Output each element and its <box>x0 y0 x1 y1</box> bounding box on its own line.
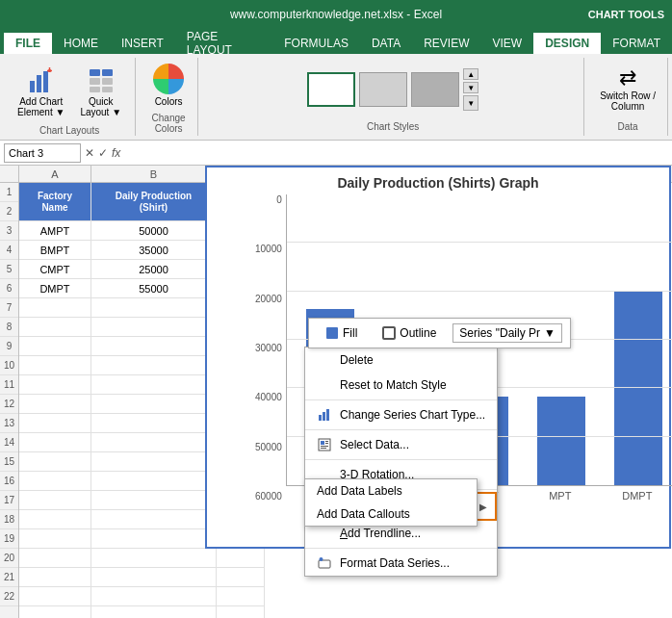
cell-b8[interactable] <box>91 337 216 356</box>
row-num-20[interactable]: 20 <box>0 549 18 568</box>
change-colors-button[interactable]: Colors <box>147 62 190 109</box>
name-box[interactable]: Chart 3 <box>4 143 81 163</box>
cancel-formula-icon[interactable]: ✕ <box>85 146 94 160</box>
cell-a7[interactable] <box>19 318 90 337</box>
row-num-8[interactable]: 8 <box>0 318 18 337</box>
chart-style-3[interactable] <box>411 72 459 107</box>
row-num-5[interactable]: 5 <box>0 260 18 279</box>
cell-b17[interactable] <box>91 510 216 529</box>
cell-a3[interactable]: BMPT <box>19 241 90 260</box>
cell-b14[interactable] <box>91 452 216 472</box>
col-header-b[interactable]: B <box>91 166 217 182</box>
cell-b4[interactable]: 25000 <box>91 260 216 279</box>
tab-home[interactable]: HOME <box>52 33 110 54</box>
row-num-7[interactable]: 7 <box>0 298 18 318</box>
cell-a18[interactable] <box>19 529 90 549</box>
cell-c22[interactable] <box>217 606 264 618</box>
col-header-a[interactable]: A <box>19 166 91 182</box>
cell-a20[interactable] <box>19 568 90 587</box>
cell-b3[interactable]: 35000 <box>91 241 216 260</box>
submenu-add-data-labels[interactable]: Add Data Labels <box>305 479 477 502</box>
tab-design[interactable]: DESIGN <box>533 33 601 54</box>
row-num-18[interactable]: 18 <box>0 510 18 529</box>
cell-b5[interactable]: 55000 <box>91 279 216 298</box>
ctx-delete[interactable]: Delete <box>305 348 497 373</box>
cell-b7[interactable] <box>91 318 216 337</box>
formula-input[interactable] <box>124 143 668 163</box>
row-num-3[interactable]: 3 <box>0 221 18 241</box>
row-num-11[interactable]: 11 <box>0 375 18 395</box>
bar-mpt[interactable] <box>537 397 585 485</box>
series-dropdown[interactable]: Series "Daily Pr ▼ <box>452 323 562 343</box>
tab-page-layout[interactable]: PAGE LAYOUT <box>175 33 272 54</box>
row-num-2[interactable]: 2 <box>0 202 18 221</box>
cell-a21[interactable] <box>19 587 90 606</box>
cell-b11[interactable] <box>91 395 216 414</box>
cell-a6[interactable] <box>19 298 90 318</box>
cell-b20[interactable] <box>91 568 216 587</box>
cell-a9[interactable] <box>19 356 90 375</box>
cell-c20[interactable] <box>217 568 264 587</box>
cell-a19[interactable] <box>19 549 90 568</box>
chart-style-2[interactable] <box>359 72 407 107</box>
cell-a2[interactable]: AMPT <box>19 221 90 241</box>
quick-layout-button[interactable]: QuickLayout ▼ <box>74 62 127 121</box>
row-num-15[interactable]: 15 <box>0 452 18 472</box>
cell-a14[interactable] <box>19 452 90 472</box>
row-num-9[interactable]: 9 <box>0 337 18 356</box>
scroll-down-button[interactable]: ▼ <box>463 82 478 93</box>
cell-b22[interactable] <box>91 606 216 618</box>
cell-b2[interactable]: 50000 <box>91 221 216 241</box>
tab-data[interactable]: DATA <box>360 33 412 54</box>
submenu-add-data-callouts[interactable]: Add Data Callouts <box>305 502 477 526</box>
ctx-format-series[interactable]: Format Data Series... <box>305 551 497 576</box>
cell-a22[interactable] <box>19 606 90 618</box>
tab-file[interactable]: FILE <box>4 33 52 54</box>
outline-button[interactable]: Outline <box>374 322 445 344</box>
row-num-4[interactable]: 4 <box>0 241 18 260</box>
cell-a15[interactable] <box>19 472 90 491</box>
row-num-22[interactable]: 22 <box>0 587 18 606</box>
cell-a13[interactable] <box>19 433 90 452</box>
cell-a10[interactable] <box>19 375 90 395</box>
ctx-change-type[interactable]: Change Series Chart Type... <box>305 402 497 427</box>
cell-c21[interactable] <box>217 587 264 606</box>
cell-a5[interactable]: DMPT <box>19 279 90 298</box>
switch-row-column-button[interactable]: ⇄ Switch Row /Column <box>596 62 659 116</box>
row-num-12[interactable]: 12 <box>0 395 18 414</box>
row-num-16[interactable]: 16 <box>0 472 18 491</box>
cell-c19[interactable] <box>217 549 264 568</box>
ctx-select-data[interactable]: Select Data... <box>305 432 497 457</box>
cell-b1[interactable]: Daily Production(Shirt) <box>91 183 216 221</box>
row-num-14[interactable]: 14 <box>0 433 18 452</box>
cell-a16[interactable] <box>19 491 90 510</box>
add-chart-element-button[interactable]: Add ChartElement ▼ <box>12 62 70 121</box>
cell-b18[interactable] <box>91 529 216 549</box>
scroll-expand-button[interactable]: ▼ <box>463 95 478 111</box>
cell-b15[interactable] <box>91 472 216 491</box>
row-num-10[interactable]: 10 <box>0 356 18 375</box>
cell-a17[interactable] <box>19 510 90 529</box>
cell-b12[interactable] <box>91 414 216 433</box>
tab-review[interactable]: REVIEW <box>412 33 480 54</box>
row-num-19[interactable]: 19 <box>0 529 18 549</box>
tab-formulas[interactable]: FORMULAS <box>272 33 360 54</box>
fx-icon[interactable]: fx <box>112 146 120 160</box>
confirm-formula-icon[interactable]: ✓ <box>98 146 108 160</box>
tab-format[interactable]: FORMAT <box>601 33 672 54</box>
cell-b13[interactable] <box>91 433 216 452</box>
cell-a8[interactable] <box>19 337 90 356</box>
cell-b6[interactable] <box>91 298 216 318</box>
scroll-up-button[interactable]: ▲ <box>463 68 478 80</box>
cell-a12[interactable] <box>19 414 90 433</box>
row-num-1[interactable]: 1 <box>0 183 18 202</box>
ctx-reset[interactable]: Reset to Match Style <box>305 373 497 398</box>
fill-button[interactable]: Fill <box>317 322 366 344</box>
row-num-17[interactable]: 17 <box>0 491 18 510</box>
cell-b9[interactable] <box>91 356 216 375</box>
row-num-13[interactable]: 13 <box>0 414 18 433</box>
cell-b10[interactable] <box>91 375 216 395</box>
cell-b19[interactable] <box>91 549 216 568</box>
cell-b16[interactable] <box>91 491 216 510</box>
cell-b21[interactable] <box>91 587 216 606</box>
